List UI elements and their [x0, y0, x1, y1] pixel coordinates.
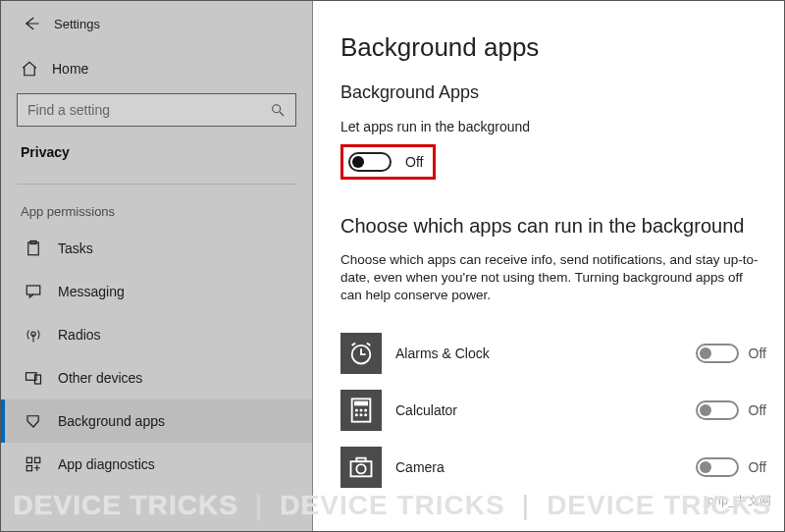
master-toggle-state: Off [405, 154, 423, 170]
sidebar-home-label: Home [52, 61, 88, 77]
choose-description: Choose which apps can receive info, send… [340, 251, 766, 305]
master-toggle-label: Let apps run in the background [340, 119, 766, 134]
master-toggle[interactable] [348, 152, 392, 172]
app-name: Alarms & Clock [395, 346, 696, 361]
divider [17, 184, 296, 185]
page-title: Background apps [340, 32, 766, 63]
background-apps-icon [25, 412, 42, 430]
svg-point-16 [355, 413, 358, 416]
choose-heading: Choose which apps can run in the backgro… [340, 215, 766, 238]
search-icon [270, 102, 286, 118]
sidebar-item-tasks[interactable]: Tasks [1, 227, 312, 270]
svg-rect-4 [26, 286, 40, 294]
app-row: Calculator Off [340, 382, 766, 439]
sidebar-item-radios[interactable]: Radios [1, 313, 312, 356]
calculator-icon [340, 390, 382, 431]
home-icon [21, 60, 38, 78]
subheading: Background Apps [340, 82, 766, 103]
window-title: Settings [54, 17, 100, 31]
app-toggle-state: Off [749, 346, 766, 361]
search-input[interactable] [27, 102, 270, 118]
app-toggle[interactable] [696, 344, 739, 363]
app-name: Camera [395, 459, 696, 475]
sidebar-item-label: Messaging [58, 284, 125, 299]
svg-point-0 [273, 105, 281, 113]
sidebar-item-label: App diagnostics [58, 456, 155, 472]
php-watermark: php_中文网 [707, 493, 772, 509]
back-button[interactable] [23, 15, 40, 32]
sidebar-home[interactable]: Home [1, 50, 312, 87]
radios-icon [25, 326, 42, 344]
sidebar-item-label: Other devices [58, 370, 142, 386]
app-row: Alarms & Clock Off [340, 325, 766, 382]
sidebar: Settings Home Privacy App permissions [1, 1, 313, 531]
sidebar-item-label: Tasks [58, 240, 93, 256]
svg-point-20 [356, 464, 365, 473]
svg-point-15 [364, 408, 367, 411]
settings-window: Settings Home Privacy App permissions [0, 0, 785, 532]
sidebar-item-messaging[interactable]: Messaging [1, 270, 312, 313]
svg-rect-8 [35, 457, 40, 462]
app-toggle-state: Off [749, 459, 766, 475]
clipboard-icon [25, 239, 42, 257]
svg-rect-12 [354, 400, 368, 405]
search-box[interactable] [17, 93, 296, 127]
toggle-knob [352, 156, 364, 168]
messaging-icon [25, 283, 42, 300]
highlight-box: Off [340, 144, 436, 180]
svg-rect-21 [356, 457, 365, 461]
sidebar-section-header: App permissions [1, 194, 312, 227]
diagnostics-icon [25, 455, 42, 473]
svg-point-14 [359, 408, 362, 411]
sidebar-item-app-diagnostics[interactable]: App diagnostics [1, 443, 312, 486]
svg-point-17 [359, 413, 362, 416]
app-toggle[interactable] [696, 400, 739, 420]
camera-icon [340, 447, 382, 488]
svg-point-18 [364, 413, 367, 416]
app-toggle[interactable] [696, 457, 739, 477]
app-row: Camera Off [340, 439, 766, 496]
svg-point-13 [355, 408, 358, 411]
sidebar-item-background-apps[interactable]: Background apps [1, 399, 312, 443]
alarms-clock-icon [340, 333, 382, 374]
app-toggle-state: Off [749, 402, 766, 418]
app-name: Calculator [395, 402, 696, 418]
svg-rect-9 [26, 466, 31, 471]
devices-icon [25, 369, 42, 387]
sidebar-item-label: Background apps [58, 413, 165, 429]
sidebar-item-label: Radios [58, 327, 101, 343]
svg-rect-7 [26, 457, 31, 462]
arrow-left-icon [23, 15, 40, 32]
sidebar-privacy-header: Privacy [1, 140, 312, 174]
svg-line-1 [280, 112, 284, 116]
sidebar-item-other-devices[interactable]: Other devices [1, 356, 312, 399]
main-content: Background apps Background Apps Let apps… [313, 1, 784, 531]
